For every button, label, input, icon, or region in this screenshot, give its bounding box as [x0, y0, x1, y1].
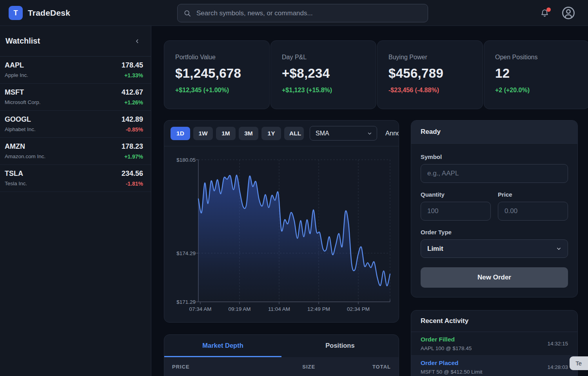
tab-market-depth[interactable]: Market Depth: [164, 335, 281, 357]
watchlist-header: Watchlist: [0, 26, 151, 57]
change-percent: +1.26%: [122, 99, 143, 106]
x-tick-1249: 12:49 PM: [307, 306, 330, 312]
activity-detail: AAPL 100 @ $178.45: [421, 345, 472, 351]
activity-time: 14:28:03: [547, 364, 568, 370]
chart-toolbar: 1D 1W 1M 3M 1Y ALL SMA Anno: [164, 120, 399, 146]
timeframe-button-1y[interactable]: 1Y: [261, 127, 281, 140]
order-status: Ready: [411, 120, 577, 144]
company-name: Microsoft Corp.: [5, 99, 41, 105]
stat-change: +$12,345 (+1.00%): [175, 87, 258, 94]
last-price: 178.23: [122, 142, 143, 151]
company-name: Alphabet Inc.: [5, 126, 36, 132]
change-percent: +1.33%: [122, 72, 143, 78]
tab-positions[interactable]: Positions: [281, 335, 399, 357]
activity-row-order-placed[interactable]: Order Placed MSFT 50 @ $412.50 Limit 14:…: [411, 356, 577, 376]
x-tick-0919: 09:19 AM: [228, 306, 250, 312]
price-chart-card: 1D 1W 1M 3M 1Y ALL SMA Anno: [164, 120, 399, 323]
column-price: PRICE: [172, 364, 281, 370]
x-tick-1104: 11:04 AM: [268, 306, 290, 312]
column-size: SIZE: [281, 364, 336, 370]
main-content: Portfolio Value $1,245,678 +$12,345 (+1.…: [152, 26, 588, 376]
status-badge: Ready: [421, 128, 441, 136]
global-search: [177, 4, 428, 22]
stat-change: +2 (+20.0%): [495, 87, 578, 94]
stat-label: Open Positions: [495, 54, 578, 61]
symbol-label: Symbol: [421, 153, 568, 160]
watchlist-row-msft[interactable]: MSFT Microsoft Corp. 412.67 +1.26%: [0, 84, 151, 111]
stat-label: Portfolio Value: [175, 54, 258, 61]
last-price: 178.45: [122, 61, 143, 69]
watchlist-row-tsla[interactable]: TSLA Tesla Inc. 234.56 -1.81%: [0, 165, 151, 192]
avatar-icon: [561, 5, 576, 20]
x-tick-0234: 02:34 PM: [347, 306, 370, 312]
notification-dot: [546, 7, 551, 12]
y-tick-174: $174.29: [176, 250, 196, 256]
change-percent: -0.85%: [122, 126, 143, 133]
timeframe-button-1m[interactable]: 1M: [216, 127, 236, 140]
annotate-button-clipped[interactable]: Anno: [385, 130, 399, 137]
indicator-select[interactable]: SMA: [310, 126, 377, 141]
brand: T TradeDesk: [9, 0, 70, 26]
symbol: AMZN: [5, 142, 45, 151]
last-price: 412.67: [122, 88, 143, 97]
toast-clipped: Te: [570, 356, 588, 370]
last-price: 142.89: [122, 115, 143, 124]
activity-time: 14:32:15: [547, 341, 568, 347]
watchlist-row-amzn[interactable]: AMZN Amazon.com Inc. 178.23 +1.97%: [0, 138, 151, 165]
app-logo: T: [9, 6, 23, 20]
order-type-select[interactable]: Limit: [421, 239, 568, 258]
company-name: Tesla Inc.: [5, 181, 27, 186]
symbol: AAPL: [5, 61, 28, 69]
stat-label: Buying Power: [388, 54, 472, 61]
chevron-left-icon: [134, 38, 140, 44]
stat-value: $456,789: [388, 66, 472, 81]
symbol: GOOGL: [5, 115, 36, 124]
stat-change: -$23,456 (-4.88%): [388, 87, 472, 94]
timeframe-button-1d[interactable]: 1D: [171, 127, 190, 140]
activity-row-order-filled[interactable]: Order Filled AAPL 100 @ $178.45 14:32:15: [411, 332, 577, 356]
stat-card-day-pnl: Day P&L +$8,234 +$1,123 (+15.8%): [270, 40, 376, 109]
x-tick-0734: 07:34 AM: [189, 306, 211, 312]
app-name: TradeDesk: [28, 8, 70, 18]
stat-card-open-positions: Open Positions 12 +2 (+20.0%): [484, 40, 588, 109]
quantity-input[interactable]: [421, 202, 491, 221]
last-price: 234.56: [122, 170, 143, 178]
timeframe-button-all[interactable]: ALL: [284, 127, 304, 140]
search-icon: [183, 9, 191, 17]
search-input[interactable]: [196, 9, 422, 18]
stat-change: +$1,123 (+15.8%): [282, 87, 365, 94]
y-tick-171: $171.29: [176, 299, 196, 305]
account-button[interactable]: [561, 5, 576, 20]
activity-status: Order Filled: [421, 336, 472, 343]
notifications-button[interactable]: [540, 8, 550, 18]
change-percent: +1.97%: [122, 153, 143, 160]
stat-label: Day P&L: [282, 54, 365, 61]
price-chart[interactable]: $180.05 $174.29 $171.29 07:34 AM 09:19 A…: [167, 148, 396, 317]
order-type-label: Order Type: [421, 229, 568, 235]
stat-value: $1,245,678: [175, 66, 258, 81]
symbol: TSLA: [5, 170, 27, 178]
symbol: MSFT: [5, 88, 41, 97]
new-order-button[interactable]: New Order: [421, 267, 568, 288]
topbar: T TradeDesk: [0, 0, 588, 26]
timeframe-button-1w[interactable]: 1W: [193, 127, 213, 140]
watchlist-row-googl[interactable]: GOOGL Alphabet Inc. 142.89 -0.85%: [0, 111, 151, 138]
price-label: Price: [498, 191, 568, 198]
bottom-tabs: Market Depth Positions: [164, 335, 399, 357]
price-input[interactable]: [498, 202, 568, 221]
timeframe-button-3m[interactable]: 3M: [239, 127, 258, 140]
quantity-label: Quantity: [421, 191, 491, 198]
stat-value: 12: [495, 66, 578, 81]
change-percent: -1.81%: [122, 181, 143, 187]
collapse-sidebar-button[interactable]: [134, 38, 140, 44]
watchlist-row-aapl[interactable]: AAPL Apple Inc. 178.45 +1.33%: [0, 57, 151, 84]
symbol-input[interactable]: [421, 164, 568, 183]
recent-activity-title: Recent Activity: [411, 310, 577, 332]
company-name: Apple Inc.: [5, 72, 28, 78]
column-total: TOTAL: [336, 364, 391, 370]
y-tick-180: $180.05: [176, 157, 196, 163]
stats-row: Portfolio Value $1,245,678 +$12,345 (+1.…: [164, 40, 588, 109]
recent-activity-panel: Recent Activity Order Filled AAPL 100 @ …: [411, 310, 578, 376]
stat-value: +$8,234: [282, 66, 365, 81]
stat-card-portfolio-value: Portfolio Value $1,245,678 +$12,345 (+1.…: [164, 40, 270, 109]
